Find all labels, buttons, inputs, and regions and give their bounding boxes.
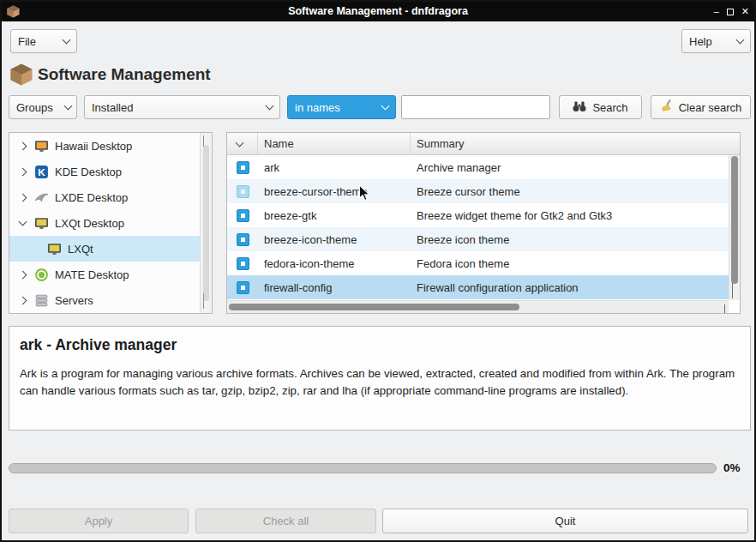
- maximize-button[interactable]: [727, 9, 734, 15]
- scroll-down-icon[interactable]: [203, 293, 204, 309]
- package-summary: Fedora icon theme: [411, 257, 740, 270]
- kde-desktop-icon: K: [34, 165, 49, 179]
- apply-button-label: Apply: [85, 515, 113, 527]
- package-checkbox[interactable]: [237, 281, 249, 294]
- progress-bar: [9, 463, 717, 473]
- table-row[interactable]: breeze-cursor-theme Breeze cursor theme: [227, 179, 740, 203]
- package-name: ark: [258, 161, 411, 174]
- tree-item-servers[interactable]: Servers: [9, 287, 201, 313]
- package-name: fedora-icon-theme: [258, 257, 411, 270]
- chevron-down-icon: [381, 102, 390, 111]
- search-button[interactable]: Search: [559, 95, 642, 119]
- checkbox-column-header[interactable]: [227, 133, 258, 154]
- package-name: breeze-cursor-theme: [258, 185, 411, 198]
- app-window: Software Management - dnfdragora – ✕ Fil…: [0, 0, 756, 542]
- tree-scrollbar[interactable]: [200, 133, 212, 313]
- table-body: ark Archive manager breeze-cursor-theme …: [227, 155, 740, 299]
- groups-dropdown-label: Groups: [16, 101, 53, 114]
- lxde-desktop-icon: [34, 190, 49, 205]
- groups-dropdown[interactable]: Groups: [9, 95, 77, 119]
- package-table: Name Summary ark Archive manager breeze-…: [226, 132, 741, 314]
- broom-icon: [660, 99, 673, 115]
- scroll-right-icon[interactable]: [724, 304, 725, 314]
- chevron-right-icon[interactable]: [16, 272, 28, 278]
- tree-scrollbar-thumb[interactable]: [203, 145, 209, 301]
- table-horizontal-scrollbar[interactable]: [227, 300, 729, 313]
- svg-text:K: K: [38, 166, 45, 177]
- search-button-label: Search: [592, 101, 627, 114]
- chevron-down-icon: [736, 36, 745, 45]
- package-details-title: ark - Archive manager: [20, 336, 740, 354]
- table-row[interactable]: breeze-icon-theme Breeze icon theme: [227, 227, 740, 251]
- lxqt-desktop-icon: [34, 216, 49, 231]
- tree-item-label: Servers: [55, 294, 93, 307]
- package-checkbox[interactable]: [237, 209, 249, 222]
- table-header: Name Summary: [227, 133, 740, 155]
- tree-item-hawaii-desktop[interactable]: Hawaii Desktop: [9, 133, 201, 159]
- search-input[interactable]: [401, 95, 550, 119]
- package-summary: Firewall configuration application: [411, 281, 740, 294]
- progress-percent: 0%: [723, 461, 741, 474]
- page-title: Software Management: [38, 65, 211, 84]
- package-checkbox[interactable]: [237, 233, 249, 246]
- summary-column-header[interactable]: Summary: [411, 133, 740, 154]
- tree-item-label: LXQt: [68, 243, 93, 256]
- package-name: breeze-icon-theme: [258, 233, 411, 246]
- search-scope-dropdown[interactable]: in names: [287, 95, 396, 119]
- package-summary: Breeze cursor theme: [411, 185, 740, 198]
- chevron-down-icon[interactable]: [16, 221, 28, 225]
- clear-search-button[interactable]: Clear search: [651, 95, 751, 119]
- check-all-button[interactable]: Check all: [195, 509, 376, 533]
- clear-search-button-label: Clear search: [679, 101, 742, 114]
- tree-item-lxde-desktop[interactable]: LXDE Desktop: [9, 184, 201, 210]
- servers-icon: [34, 293, 49, 308]
- help-menu-button[interactable]: Help: [681, 29, 751, 53]
- package-name: firewall-config: [258, 281, 411, 294]
- table-row[interactable]: breeze-gtk Breeze widget theme for Gtk2 …: [227, 203, 740, 227]
- tree-item-label: LXQt Desktop: [55, 217, 124, 230]
- chevron-right-icon[interactable]: [16, 298, 28, 304]
- tree-item-kde-desktop[interactable]: K KDE Desktop: [9, 159, 201, 184]
- vertical-scrollbar-thumb[interactable]: [731, 156, 738, 284]
- chevron-right-icon[interactable]: [16, 169, 28, 175]
- table-row[interactable]: ark Archive manager: [227, 155, 740, 179]
- package-name: breeze-gtk: [258, 209, 411, 222]
- package-checkbox[interactable]: [237, 161, 249, 174]
- apply-button[interactable]: Apply: [9, 509, 189, 533]
- close-button[interactable]: ✕: [741, 7, 749, 16]
- horizontal-scrollbar-thumb[interactable]: [229, 304, 519, 310]
- chevron-right-icon[interactable]: [16, 143, 28, 149]
- chevron-down-icon: [266, 102, 274, 111]
- file-menu-label: File: [18, 35, 36, 48]
- table-row[interactable]: fedora-icon-theme Fedora icon theme: [227, 251, 740, 275]
- scroll-down-icon[interactable]: [732, 283, 733, 298]
- package-checkbox[interactable]: [237, 185, 249, 198]
- package-checkbox[interactable]: [237, 257, 249, 270]
- tree-item-mate-desktop[interactable]: MATE Desktop: [9, 262, 201, 287]
- chevron-down-icon: [63, 36, 71, 45]
- view-filter-dropdown[interactable]: Installed: [84, 95, 280, 119]
- tree-item-lxqt[interactable]: LXQt: [9, 236, 201, 262]
- chevron-right-icon[interactable]: [16, 195, 28, 201]
- tree-item-label: LXDE Desktop: [55, 191, 128, 204]
- check-all-button-label: Check all: [263, 515, 309, 527]
- hawaii-desktop-icon: [34, 139, 49, 154]
- package-details-description: Ark is a program for managing various ar…: [20, 365, 740, 400]
- chevron-down-icon: [236, 138, 244, 147]
- window-title: Software Management - dnfdragora: [2, 2, 754, 21]
- tree-item-lxqt-desktop[interactable]: LXQt Desktop: [9, 210, 201, 236]
- tree-item-label: MATE Desktop: [55, 268, 129, 281]
- package-summary: Breeze widget theme for Gtk2 and Gtk3: [411, 209, 740, 222]
- minimize-button[interactable]: –: [714, 7, 719, 16]
- file-menu-button[interactable]: File: [10, 29, 77, 53]
- chevron-down-icon: [63, 102, 72, 111]
- name-column-header[interactable]: Name: [258, 133, 411, 154]
- titlebar[interactable]: Software Management - dnfdragora – ✕: [2, 2, 754, 21]
- table-vertical-scrollbar[interactable]: [729, 155, 740, 300]
- tree-item-label: KDE Desktop: [55, 166, 122, 178]
- package-details-panel: ark - Archive manager Ark is a program f…: [9, 326, 751, 431]
- quit-button-label: Quit: [555, 515, 576, 527]
- table-row[interactable]: firewall-config Firewall configuration a…: [227, 275, 740, 299]
- help-menu-label: Help: [689, 35, 712, 48]
- quit-button[interactable]: Quit: [382, 509, 748, 533]
